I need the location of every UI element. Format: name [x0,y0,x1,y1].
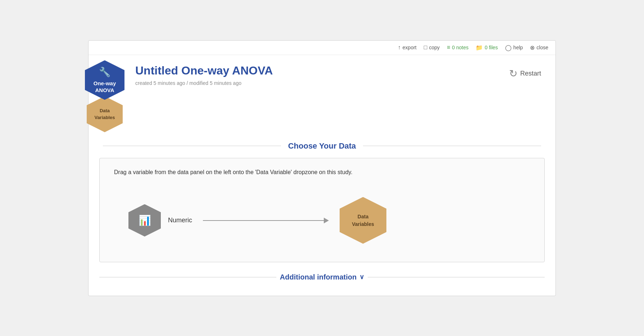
anova-hex: 🔧 One-way ANOVA [85,60,124,100]
copy-button[interactable]: □ copy [424,44,440,51]
divider-left [103,146,281,146]
choose-data-section-header: Choose Your Data [92,138,552,154]
data-variables-sidebar-hex: DataVariables [87,96,123,132]
page-title: Untitled One-way ANOVA [135,64,509,77]
files-button[interactable]: 📁 0 files [476,44,498,51]
notes-icon: ≡ [447,44,450,51]
header-area: 🔧 One-way ANOVA DataVariables Untitled O… [89,55,555,138]
page-subtitle: created 5 minutes ago / modified 5 minut… [135,80,509,86]
copy-icon: □ [424,44,427,51]
main-container: ↑ export □ copy ≡ 0 notes 📁 0 files ◯ he… [88,40,556,296]
divider-right [363,146,541,146]
numeric-hex: 📊 [128,204,161,237]
additional-info-button[interactable]: Additional information ∨ [280,273,364,281]
left-hex-area: 🔧 One-way ANOVA DataVariables [85,60,124,132]
restart-icon: ↻ [509,68,517,80]
export-button[interactable]: ↑ export [398,44,417,51]
additional-info-line-right [368,277,545,277]
arrow-shaft [203,220,324,221]
numeric-section: 📊 Numeric [128,204,192,237]
restart-button[interactable]: ↻ Restart [509,68,541,80]
instruction-text: Drag a variable from the data panel on t… [114,169,402,176]
arrow-line [203,218,329,223]
title-area: Untitled One-way ANOVA created 5 minutes… [135,60,509,86]
toolbar: ↑ export □ copy ≡ 0 notes 📁 0 files ◯ he… [89,41,555,55]
content-card: Drag a variable from the data panel on t… [99,158,545,262]
help-icon: ◯ [505,44,512,51]
export-icon: ↑ [398,44,401,51]
wrench-icon: 🔧 [94,66,116,78]
arrow-head [324,218,329,223]
drag-area: 📊 Numeric DataVariables [114,190,530,251]
close-icon: ⊗ [530,44,535,51]
files-icon: 📁 [476,44,483,51]
additional-info-line-left [99,277,276,277]
numeric-label: Numeric [168,217,192,224]
additional-info-section: Additional information ∨ [89,266,555,285]
data-variables-sidebar-hex-wrapper: DataVariables [87,96,123,132]
close-button[interactable]: ⊗ close [530,44,548,51]
bar-chart-icon: 📊 [139,214,151,226]
notes-button[interactable]: ≡ 0 notes [447,44,468,51]
anova-hex-wrapper: 🔧 One-way ANOVA [85,60,124,100]
help-button[interactable]: ◯ help [505,44,523,51]
choose-data-title: Choose Your Data [281,141,363,151]
chevron-down-icon: ∨ [359,273,364,281]
data-variables-dropzone-hex[interactable]: DataVariables [340,197,386,244]
